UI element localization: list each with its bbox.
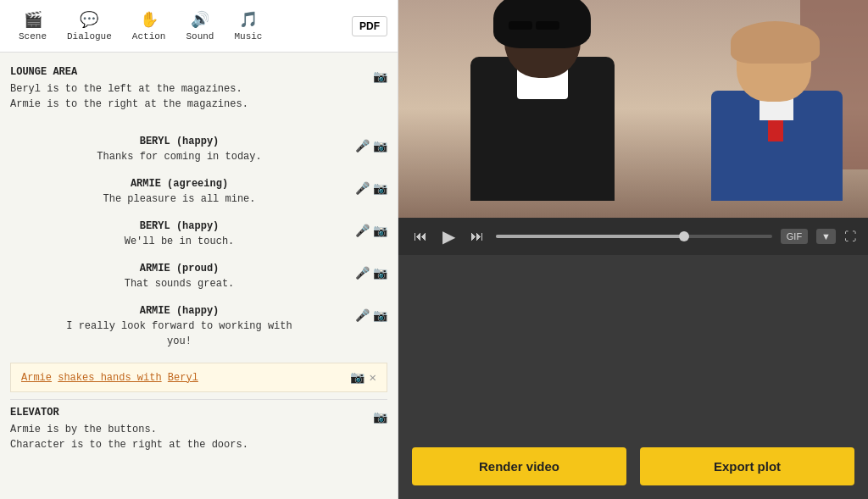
video-controls: ⏮ ▶ ⏭ GIF ▼ ⛶ [398, 218, 868, 255]
export-plot-button[interactable]: Export plot [640, 447, 854, 485]
gif-button[interactable]: GIF [781, 229, 808, 244]
action-link-armie[interactable]: Armie [21, 372, 52, 384]
camera-icon-1[interactable]: 📷 [373, 181, 387, 196]
skip-back-button[interactable]: ⏮ [410, 227, 431, 246]
dialogue-text-2: We'll be in touch. [10, 234, 348, 249]
mic-icon-3[interactable]: 🎤 [355, 266, 370, 280]
section-divider [10, 399, 387, 400]
mic-icon-4[interactable]: 🎤 [355, 308, 370, 323]
pdf-button[interactable]: PDF [352, 16, 387, 36]
skip-forward-button[interactable]: ⏭ [467, 227, 487, 246]
action-link-beryl[interactable]: Beryl [168, 372, 198, 384]
play-button[interactable]: ▶ [439, 225, 459, 248]
camera-icon-scene2[interactable]: 📷 [373, 410, 387, 424]
progress-fill [496, 235, 684, 238]
beryl-glasses-right [536, 21, 559, 30]
dialogue-row-1: ARMIE (agreeing) The pleasure is all min… [10, 178, 387, 207]
character-name-4: ARMIE (happy) [10, 305, 348, 317]
toolbar-item-music[interactable]: 🎵 Music [225, 7, 270, 45]
dialogue-row-2: BERYL (happy) We'll be in touch. 🎤 📷 [10, 220, 387, 249]
scene-heading-row: LOUNGE AREA Beryl is to the left at the … [10, 66, 387, 122]
mic-icon-2[interactable]: 🎤 [355, 224, 370, 238]
script-area[interactable]: LOUNGE AREA Beryl is to the left at the … [0, 53, 398, 499]
fullscreen-button[interactable]: ⛶ [844, 230, 856, 243]
camera-icon-scene1[interactable]: 📷 [373, 69, 387, 84]
progress-bar[interactable] [496, 235, 772, 238]
dialogue-text-1: The pleasure is all mine. [10, 191, 348, 207]
mic-icon-1[interactable]: 🎤 [355, 181, 370, 196]
music-icon: 🎵 [239, 10, 258, 29]
action-text: Armie shakes hands with Beryl [21, 372, 350, 384]
beryl-glasses-left [509, 21, 532, 30]
camera-icon-2[interactable]: 📷 [373, 224, 387, 238]
dialogue-row-3: ARMIE (proud) That sounds great. 🎤 📷 [10, 263, 387, 291]
dialogue-text-3: That sounds great. [10, 276, 348, 291]
dialogue-row-0: BERYL (happy) Thanks for coming in today… [10, 136, 387, 164]
scene2-description: Armie is by the buttons.Character is to … [10, 422, 366, 452]
armie-hair [731, 21, 820, 64]
camera-icon-action[interactable]: 📷 [350, 370, 364, 385]
mic-icon-0[interactable]: 🎤 [355, 139, 370, 153]
right-panel: ⏮ ▶ ⏭ GIF ▼ ⛶ Render video Export plot [398, 0, 868, 499]
music-label: Music [234, 31, 262, 42]
scene1-description: Beryl is to the left at the magazines.Ar… [10, 81, 366, 112]
video-canvas [398, 0, 868, 218]
toolbar-item-scene[interactable]: 🎬 Scene [10, 7, 55, 45]
filter-button[interactable]: ▼ [816, 229, 836, 244]
action-link-shakes[interactable]: shakes hands with [58, 372, 161, 384]
char-beryl [466, 0, 619, 201]
camera-icon-3[interactable]: 📷 [373, 266, 387, 280]
character-name-3: ARMIE (proud) [10, 263, 348, 274]
scene2-heading: ELEVATOR [10, 407, 366, 419]
sound-label: Sound [186, 31, 214, 42]
toolbar-item-sound[interactable]: 🔊 Sound [177, 7, 222, 45]
toolbar-item-dialogue[interactable]: 💬 Dialogue [58, 7, 120, 45]
action-row[interactable]: Armie shakes hands with Beryl 📷 ✕ [10, 363, 387, 392]
scene-icon: 🎬 [24, 10, 42, 29]
scene-label: Scene [19, 31, 47, 42]
dialogue-icon: 💬 [80, 10, 98, 29]
character-name-1: ARMIE (agreeing) [10, 178, 348, 190]
close-action-button[interactable]: ✕ [370, 370, 376, 385]
bottom-area: Render video Export plot [398, 255, 868, 500]
video-preview [398, 0, 868, 218]
scene1-heading: LOUNGE AREA [10, 66, 366, 78]
toolbar-item-action[interactable]: ✋ Action [124, 7, 175, 45]
character-name-2: BERYL (happy) [10, 220, 348, 232]
camera-icon-4[interactable]: 📷 [373, 308, 387, 323]
toolbar: 🎬 Scene 💬 Dialogue ✋ Action 🔊 Sound 🎵 Mu… [0, 0, 398, 53]
char-armie [707, 14, 843, 201]
progress-thumb [679, 231, 689, 241]
sound-icon: 🔊 [191, 10, 209, 29]
dialogue-label: Dialogue [67, 31, 112, 42]
character-name-0: BERYL (happy) [10, 136, 348, 147]
dialogue-text-4: I really look forward to working withyou… [10, 319, 348, 349]
camera-icon-0[interactable]: 📷 [373, 139, 387, 153]
dialogue-text-0: Thanks for coming in today. [10, 149, 348, 164]
action-icon: ✋ [140, 10, 159, 29]
action-label: Action [132, 31, 166, 42]
scene2-heading-row: ELEVATOR Armie is by the buttons.Charact… [10, 407, 387, 463]
dialogue-row-4: ARMIE (happy) I really look forward to w… [10, 305, 387, 349]
left-panel: 🎬 Scene 💬 Dialogue ✋ Action 🔊 Sound 🎵 Mu… [0, 0, 398, 499]
render-video-button[interactable]: Render video [412, 447, 626, 485]
